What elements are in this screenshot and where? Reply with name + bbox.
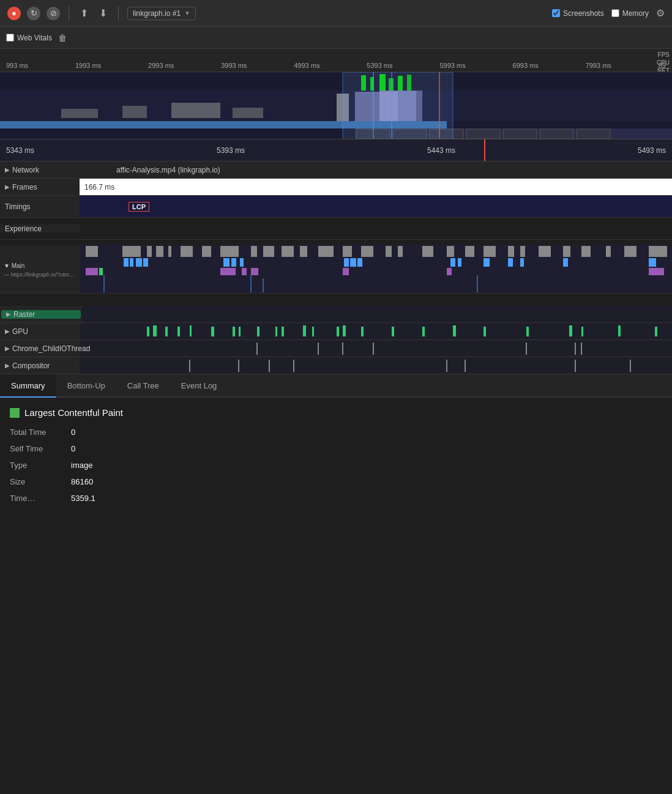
screenshots-toggle[interactable]: Screenshots (552, 9, 604, 18)
network-track: ▶ Network affic-Analysis.mp4 (linkgraph.… (0, 161, 672, 179)
main-url: — https://linkgraph.io/?utm_keyword=… (4, 272, 77, 278)
tab-summary[interactable]: Summary (0, 374, 56, 398)
zoomed-ticks: 5343 ms 5393 ms 5443 ms 5493 ms (0, 146, 672, 155)
web-vitals-toggle[interactable]: Web Vitals (6, 34, 52, 42)
download-button[interactable]: ⬇ (97, 6, 110, 20)
svg-rect-72 (483, 258, 490, 267)
svg-rect-105 (392, 327, 394, 336)
chrome-io-track: ▶ Chrome_ChildIOThread (0, 340, 672, 357)
session-name: linkgraph.io #1 (133, 9, 181, 18)
chrome-expand-icon: ▶ (5, 345, 10, 352)
timings-label: Timings (5, 202, 31, 211)
screenshots-checkbox[interactable] (552, 9, 560, 17)
svg-rect-93 (190, 325, 192, 336)
timeline-overview[interactable] (0, 72, 672, 139)
tab-call-tree[interactable]: Call Tree (116, 374, 170, 398)
tab-summary-label: Summary (11, 381, 45, 390)
web-vitals-checkbox[interactable] (6, 34, 14, 42)
summary-row-time: Time… 5359.1 (10, 494, 662, 503)
raster-content (82, 306, 672, 322)
ztick-2: 5443 ms (427, 146, 455, 155)
network-track-label[interactable]: ▶ Network (0, 166, 80, 174)
svg-rect-96 (239, 327, 241, 336)
svg-rect-61 (130, 258, 133, 267)
lcp-label: LCP (132, 203, 146, 210)
compositor-svg (80, 357, 672, 374)
bottom-tabs: Summary Bottom-Up Call Tree Event Log (0, 374, 672, 398)
svg-rect-67 (344, 258, 349, 267)
svg-rect-91 (165, 327, 168, 336)
total-time-value: 0 (71, 428, 75, 437)
gpu-expand-icon: ▶ (5, 328, 10, 335)
tick-2: 2993 ms (148, 62, 174, 69)
svg-rect-23 (503, 129, 537, 139)
svg-rect-104 (361, 327, 364, 336)
memory-toggle[interactable]: Memory (611, 9, 649, 18)
svg-rect-102 (337, 327, 339, 336)
summary-title-text: Largest Contentful Paint (24, 407, 123, 418)
main-track-label[interactable]: ▼ Main — https://linkgraph.io/?utm_keywo… (0, 260, 80, 278)
svg-rect-22 (466, 129, 500, 139)
svg-rect-71 (458, 258, 461, 267)
summary-title: Largest Contentful Paint (10, 407, 662, 418)
experience-content (80, 218, 672, 239)
gpu-content (80, 323, 672, 339)
screenshots-label: Screenshots (563, 9, 604, 18)
stop-button[interactable]: ● (7, 7, 21, 20)
svg-rect-111 (581, 327, 583, 336)
svg-rect-98 (275, 327, 277, 336)
main-thread-content[interactable] (80, 245, 672, 293)
svg-rect-34 (156, 246, 163, 257)
svg-rect-84 (649, 268, 664, 275)
self-time-key: Self Time (10, 444, 59, 453)
timings-track: Timings LCP (0, 196, 672, 218)
fps-label: FPS (658, 51, 670, 58)
chevron-down-icon: ▼ (184, 10, 190, 17)
svg-rect-66 (240, 258, 244, 267)
network-label: Network (12, 166, 39, 174)
raster-track-label[interactable]: ▶ Raster (1, 310, 81, 319)
summary-row-total-time: Total Time 0 (10, 428, 662, 437)
network-content: affic-Analysis.mp4 (linkgraph.io) (80, 161, 672, 178)
summary-content: Largest Contentful Paint Total Time 0 Se… (0, 398, 672, 520)
chrome-io-label[interactable]: ▶ Chrome_ChildIOThread (0, 344, 80, 353)
svg-rect-108 (483, 327, 486, 336)
frames-track-label[interactable]: ▶ Frames (0, 183, 80, 191)
summary-row-type: Type image (10, 461, 662, 470)
upload-button[interactable]: ⬆ (78, 6, 91, 20)
session-selector[interactable]: linkgraph.io #1 ▼ (127, 7, 196, 20)
block-button[interactable]: ⊘ (47, 7, 60, 20)
tab-bottom-up-label: Bottom-Up (67, 381, 105, 390)
frames-track: ▶ Frames 166.7 ms (0, 179, 672, 196)
tab-bottom-up[interactable]: Bottom-Up (56, 374, 116, 398)
svg-rect-100 (303, 325, 306, 336)
tab-event-log[interactable]: Event Log (170, 374, 228, 398)
spacer2 (0, 294, 672, 306)
tab-call-tree-label: Call Tree (127, 381, 159, 390)
svg-rect-74 (520, 258, 524, 267)
memory-checkbox[interactable] (611, 9, 619, 17)
svg-rect-62 (136, 258, 142, 267)
chrome-io-content (80, 340, 672, 357)
main-thread-svg (80, 245, 672, 293)
frames-content: 166.7 ms (80, 179, 672, 195)
compositor-track-label[interactable]: ▶ Compositor (0, 362, 80, 370)
svg-rect-109 (526, 327, 529, 336)
svg-rect-60 (124, 258, 129, 267)
reload-button[interactable]: ↻ (27, 7, 40, 20)
svg-rect-32 (122, 246, 141, 257)
chrome-io-text: Chrome_ChildIOThread (12, 344, 90, 353)
network-file: affic-Analysis.mp4 (linkgraph.io) (116, 166, 220, 174)
self-time-value: 0 (71, 444, 75, 453)
svg-rect-40 (263, 246, 274, 257)
svg-rect-99 (282, 327, 284, 336)
trash-icon[interactable]: 🗑 (58, 33, 67, 43)
svg-rect-24 (540, 129, 573, 139)
gpu-track-label[interactable]: ▶ GPU (0, 327, 80, 336)
svg-rect-10 (122, 106, 147, 118)
gpu-track: ▶ GPU (0, 323, 672, 340)
tick-6: 5993 ms (439, 62, 465, 69)
expand-icon2: ▶ (5, 184, 10, 190)
expand-icon: ▶ (5, 166, 10, 173)
settings-icon[interactable]: ⚙ (656, 7, 665, 19)
